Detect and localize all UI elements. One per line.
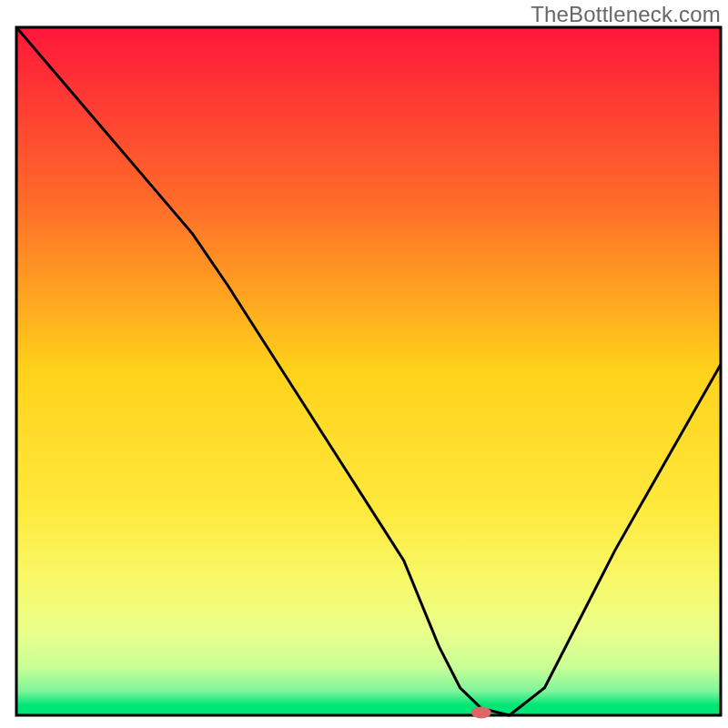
chart-container: TheBottleneck.com	[0, 0, 728, 728]
chart-svg	[0, 0, 728, 728]
chart-background	[16, 27, 721, 715]
optimal-point-marker	[471, 706, 491, 718]
watermark-text: TheBottleneck.com	[531, 2, 721, 27]
